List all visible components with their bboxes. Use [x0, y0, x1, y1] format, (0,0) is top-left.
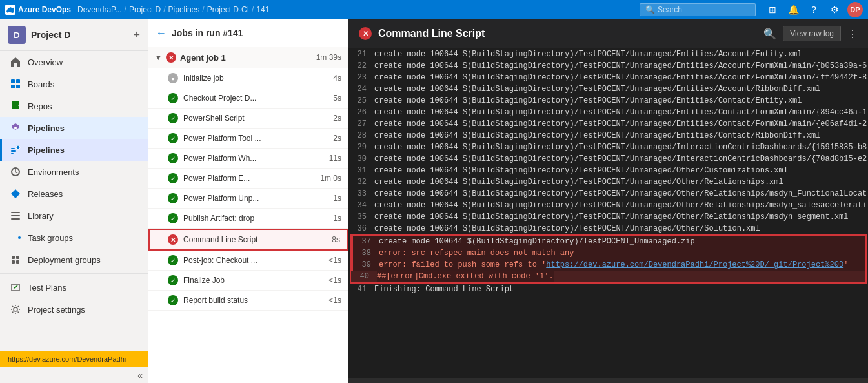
deployment-groups-icon: [10, 254, 21, 265]
job-step-pp-unp[interactable]: ✓ Power Platform Unp... 1s: [148, 189, 348, 209]
jobs-panel: ← Jobs in run #141 ▼ ✕ Agent job 1 1m 39…: [148, 19, 348, 383]
log-line-22: 22create mode 100644 $(BuildStagingDirec…: [348, 60, 868, 72]
step-duration: <1s: [328, 296, 341, 305]
step-status-icon: ✓: [168, 275, 178, 285]
step-status-icon: ✓: [168, 295, 178, 305]
log-line-37: 37create mode 100644 $(BuildStagingDirec…: [351, 236, 865, 247]
test-plans-label: Test Plans: [28, 283, 66, 293]
sidebar-item-repos[interactable]: Repos: [0, 95, 148, 117]
settings-icon[interactable]: ⚙: [827, 2, 842, 17]
job-step-command-line-script[interactable]: ✕ Command Line Script 8s: [148, 229, 348, 251]
breadcrumb-project[interactable]: Project D: [129, 5, 161, 14]
sidebar-item-project-settings[interactable]: Project settings: [0, 298, 148, 320]
breadcrumb-pipeline-name[interactable]: Project D-CI: [207, 5, 249, 14]
log-line-41: 41Finishing: Command Line Script: [348, 284, 868, 295]
home-icon: [10, 56, 21, 68]
breadcrumb-user[interactable]: DevendraP...: [77, 5, 122, 14]
search-box[interactable]: 🔍 Search: [640, 3, 756, 16]
log-line-40: 40##[error]Cmd.exe exited with code '1'.: [351, 271, 865, 282]
job-step-checkout[interactable]: ✓ Checkout Project D... 5s: [148, 88, 348, 109]
agent-job-header[interactable]: ▼ ✕ Agent job 1 1m 39s: [148, 47, 348, 68]
log-content[interactable]: 21create mode 100644 $(BuildStagingDirec…: [348, 48, 868, 378]
step-name: Initialize job: [183, 74, 328, 83]
help-icon[interactable]: ?: [806, 2, 822, 17]
sidebar-item-task-groups[interactable]: Task groups: [0, 227, 148, 249]
job-step-publish-artifact[interactable]: ✓ Publish Artifact: drop 1s: [148, 209, 348, 229]
step-status-icon: ●: [168, 73, 178, 83]
add-project-button[interactable]: +: [133, 28, 140, 42]
boards-icon: [10, 78, 21, 90]
grid-icon[interactable]: ⊞: [765, 2, 780, 17]
step-name: Finalize Job: [183, 276, 323, 285]
azure-devops-logo[interactable]: Azure DevOps: [5, 5, 71, 15]
project-settings-label: Project settings: [28, 305, 85, 315]
boards-label: Boards: [28, 79, 54, 89]
step-duration: 8s: [332, 235, 340, 244]
svg-rect-11: [11, 215, 20, 216]
job-step-initialize[interactable]: ● Initialize job 4s: [148, 68, 348, 88]
sidebar-item-pipelines-section[interactable]: Pipelines: [0, 117, 148, 139]
repos-icon: [10, 100, 21, 112]
log-line-25: 25create mode 100644 $(BuildStagingDirec…: [348, 95, 868, 107]
log-line-21: 21create mode 100644 $(BuildStagingDirec…: [348, 48, 868, 60]
job-step-post-checkout[interactable]: ✓ Post-job: Checkout ... <1s: [148, 251, 348, 271]
user-avatar[interactable]: DP: [847, 2, 863, 17]
sidebar-item-library[interactable]: Library: [0, 205, 148, 227]
step-duration: 1m 0s: [320, 174, 341, 183]
back-button[interactable]: ←: [156, 27, 167, 39]
step-status-icon: ✓: [168, 255, 178, 265]
breadcrumb: DevendraP... / Project D / Pipelines / P…: [77, 5, 269, 14]
sidebar-item-environments[interactable]: Environments: [0, 161, 148, 183]
svg-point-8: [16, 145, 20, 149]
log-line-26: 26create mode 100644 $(BuildStagingDirec…: [348, 107, 868, 118]
job-step-pp-wh[interactable]: ✓ Power Platform Wh... 11s: [148, 149, 348, 169]
step-status-icon: ✓: [168, 153, 178, 163]
job-step-pp-e[interactable]: ✓ Power Platform E... 1m 0s: [148, 169, 348, 189]
log-line-23: 23create mode 100644 $(BuildStagingDirec…: [348, 72, 868, 83]
step-status-icon: ✕: [168, 234, 178, 245]
job-step-finalize[interactable]: ✓ Finalize Job <1s: [148, 271, 348, 291]
log-line-34: 34create mode 100644 $(BuildStagingDirec…: [348, 200, 868, 211]
sidebar-item-pipelines[interactable]: Pipelines: [0, 139, 148, 161]
sidebar-item-boards[interactable]: Boards: [0, 73, 148, 95]
notification-icon[interactable]: 🔔: [785, 2, 801, 17]
pipelines-icon: [10, 144, 21, 156]
main-layout: D Project D + Overview Boards: [0, 19, 868, 383]
breadcrumb-pipelines[interactable]: Pipelines: [168, 5, 200, 14]
logo-icon: [5, 5, 15, 15]
job-step-report-build[interactable]: ✓ Report build status <1s: [148, 291, 348, 311]
log-line-35: 35create mode 100644 $(BuildStagingDirec…: [348, 211, 868, 223]
log-line-29: 29create mode 100644 $(BuildStagingDirec…: [348, 141, 868, 153]
sidebar-item-test-plans[interactable]: Test Plans: [0, 276, 148, 298]
svg-rect-17: [16, 260, 19, 264]
svg-point-18: [14, 307, 17, 311]
collapse-icon[interactable]: «: [137, 370, 143, 380]
log-line-31: 31create mode 100644 $(BuildStagingDirec…: [348, 165, 868, 176]
log-search-button[interactable]: 🔍: [763, 28, 776, 40]
svg-rect-12: [11, 218, 20, 220]
sidebar-collapse-bar[interactable]: «: [0, 367, 148, 383]
task-groups-label: Task groups: [28, 233, 73, 243]
sidebar-item-releases[interactable]: Releases: [0, 183, 148, 205]
sidebar-item-overview[interactable]: Overview: [0, 51, 148, 73]
step-duration: 5s: [333, 94, 341, 103]
sidebar-item-deployment-groups[interactable]: Deployment groups: [0, 249, 148, 271]
log-more-options-button[interactable]: ⋮: [847, 28, 858, 40]
project-header: D Project D +: [0, 19, 148, 51]
log-line-32: 32create mode 100644 $(BuildStagingDirec…: [348, 176, 868, 188]
sidebar-divider: [0, 273, 148, 274]
jobs-panel-header: ← Jobs in run #141: [148, 19, 348, 47]
job-step-powershell[interactable]: ✓ PowerShell Script 2s: [148, 109, 348, 129]
svg-rect-15: [16, 256, 19, 259]
sidebar: D Project D + Overview Boards: [0, 19, 148, 383]
breadcrumb-run[interactable]: 141: [256, 5, 269, 14]
step-duration: <1s: [328, 256, 341, 265]
svg-rect-3: [16, 85, 20, 88]
log-scrollbar[interactable]: [348, 378, 868, 383]
view-raw-log-button[interactable]: View raw log: [783, 26, 841, 41]
project-settings-icon: [10, 304, 21, 315]
agent-job-status-icon: ✕: [166, 52, 176, 63]
step-duration: 2s: [333, 114, 341, 123]
job-step-pp-tool[interactable]: ✓ Power Platform Tool ... 2s: [148, 129, 348, 149]
step-name: Power Platform Wh...: [183, 154, 324, 163]
